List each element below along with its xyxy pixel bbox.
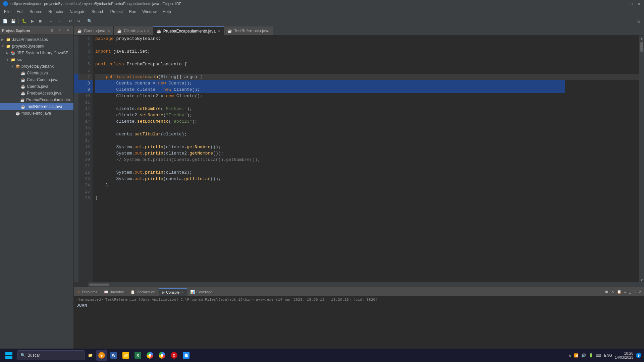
tab-close-cliente[interactable]: ✕ [147, 29, 150, 33]
menu-file[interactable]: File [1, 8, 13, 15]
pe-item-javaprimeros[interactable]: ▶ 📁 JavaPrimerosPasos [0, 36, 73, 43]
code-line-3[interactable]: import java.util.Set; [95, 48, 639, 55]
h-scrollbar-thumb[interactable] [89, 284, 109, 286]
tray-keyboard[interactable]: ⌨ [596, 353, 601, 358]
tray-lang[interactable]: ENG [604, 353, 612, 357]
code-line-2[interactable] [95, 42, 639, 48]
tab-cuenta[interactable]: ☕ Cuenta.java ✕ [74, 26, 114, 35]
tab-testreferencia[interactable]: ☕ TestReferencia.java [224, 26, 273, 35]
tray-chevron[interactable]: ∧ [569, 353, 571, 358]
code-line-1[interactable]: package proyectoBytebank; [95, 36, 639, 42]
tray-volume[interactable]: 🔊 [581, 353, 586, 358]
new-button[interactable]: 📄 [1, 17, 9, 25]
pe-item-src[interactable]: ▼ 📁 src [0, 56, 73, 63]
save-button[interactable]: 💾 [9, 17, 17, 25]
undo-button[interactable]: ↩ [67, 17, 74, 25]
menu-refactor[interactable]: Refactor [46, 8, 66, 15]
perspectives-button[interactable]: ⊞ [635, 17, 643, 25]
menu-project[interactable]: Project [108, 8, 125, 15]
search-button[interactable]: 🔍 [86, 17, 93, 25]
code-line-5[interactable]: public class PruebaEncapsulamiento { [95, 61, 639, 67]
taskbar-word[interactable]: W [108, 350, 119, 361]
code-line-6[interactable] [95, 67, 639, 74]
code-line-12[interactable]: cliente.setNombre("Michael"); [95, 106, 639, 112]
code-line-20[interactable]: // System.out.println(cuenta.getTitular(… [95, 157, 639, 163]
minimize-button[interactable]: ─ [622, 1, 627, 6]
bottom-tab-problems[interactable]: ⚠ Problems [74, 288, 101, 296]
code-line-7[interactable]: public static void main(String[] args) { [95, 74, 639, 80]
code-line-9[interactable]: Cliente cliente = new Cliente(); [95, 86, 565, 93]
taskbar-notepad[interactable]: 📄 [181, 350, 192, 361]
code-line-18[interactable]: System.out.println(cliente.getNombre()); [95, 144, 639, 150]
pe-item-package[interactable]: ▼ 📦 proyectoBytebank [0, 63, 73, 70]
pe-item-moduleinfo[interactable]: ▶ ☕ module-info.java [0, 110, 73, 117]
code-line-24[interactable]: } [95, 182, 639, 188]
scrollbar-thumb-v[interactable] [640, 42, 643, 52]
menu-help[interactable]: Help [160, 8, 174, 15]
bp-maximize[interactable]: □ [633, 289, 637, 294]
back-button[interactable]: ← [48, 17, 55, 25]
tab-cliente[interactable]: ☕ Cliente.java ✕ [114, 26, 153, 35]
code-line-22[interactable]: System.out.println(cliente2); [95, 169, 639, 176]
bottom-tab-coverage[interactable]: 📊 Coverage [187, 288, 216, 296]
code-line-15[interactable] [95, 125, 639, 131]
code-line-10[interactable]: Cliente cliente2 = new Cliente(); [95, 93, 639, 99]
code-line-13[interactable]: cliente2.setNombre("Freddy"); [95, 112, 639, 118]
taskbar-explorer[interactable]: 📁 [120, 350, 131, 361]
stop-button[interactable]: ⏹ [37, 17, 44, 25]
pe-close[interactable]: ✕ [64, 27, 71, 34]
menu-window[interactable]: Window [140, 8, 159, 15]
bottom-tab-declaration[interactable]: 📋 Declaration [127, 288, 159, 296]
code-line-8[interactable]: Cuenta cuenta = new Cuenta(); [95, 80, 565, 86]
bp-close[interactable]: ✕ [638, 289, 643, 295]
pe-item-cliente[interactable]: ▶ ☕ Cliente.java [0, 70, 73, 76]
taskbar-chrome1[interactable] [145, 350, 155, 361]
close-button[interactable]: ✕ [637, 1, 641, 6]
menu-search[interactable]: Search [89, 8, 107, 15]
bp-btn2[interactable]: ✕ [610, 289, 615, 295]
clock[interactable]: 18:26 14/03/2023 [615, 351, 633, 359]
taskbar-file-explorer[interactable]: 📁 [86, 350, 95, 361]
tray-network[interactable]: 📶 [574, 353, 579, 358]
code-line-19[interactable]: System.out.println(cliente2.getNombre())… [95, 150, 639, 157]
taskbar-eclipse[interactable]: e [96, 350, 107, 361]
pe-menu[interactable]: ≡ [56, 27, 63, 34]
taskbar-excel[interactable]: X [132, 350, 143, 361]
maximize-button[interactable]: □ [629, 1, 634, 6]
bp-minimize[interactable]: _ [628, 289, 632, 294]
bottom-tab-console[interactable]: ▶ Console ✕ [159, 288, 187, 296]
notification-badge[interactable]: 9 [636, 353, 641, 358]
pe-item-pruebaencapsulamie[interactable]: ▶ ☕ PruebaEncapsulamiento... [0, 97, 73, 103]
redo-button[interactable]: ↪ [75, 17, 82, 25]
pe-item-pruebaacceso[interactable]: ▶ ☕ PruebaAcceso.java [0, 90, 73, 97]
pe-collapse[interactable]: ⊟ [48, 27, 55, 34]
tab-pruebaencapsulamiento[interactable]: ☕ PruebaEncapsulamiento.java ✕ [153, 26, 224, 35]
code-line-17[interactable] [95, 137, 639, 144]
bottom-tab-javadoc[interactable]: 📖 Javadoc [101, 288, 127, 296]
taskbar-chrome2[interactable] [157, 350, 167, 361]
tray-battery[interactable]: 🔋 [589, 353, 593, 358]
taskbar-opera[interactable]: O [169, 350, 179, 361]
code-line-4[interactable] [95, 55, 639, 61]
menu-source[interactable]: Source [27, 8, 45, 15]
console-close-icon[interactable]: ✕ [181, 291, 183, 294]
menu-navigate[interactable]: Navigate [67, 8, 88, 15]
pe-item-testreferencia[interactable]: ▶ ☕ TestReferencia.java [0, 103, 73, 110]
taskbar-search[interactable]: 🔍 Buscar [17, 350, 85, 360]
menu-edit[interactable]: Edit [14, 8, 26, 15]
start-button[interactable] [3, 349, 15, 361]
code-line-25[interactable] [95, 188, 639, 195]
bp-btn4[interactable]: ≡ [623, 289, 627, 294]
code-line-11[interactable] [95, 99, 639, 106]
code-line-23[interactable]: System.out.println(cuenta.getTitular()); [95, 176, 639, 182]
menu-run[interactable]: Run [126, 8, 139, 15]
code-line-14[interactable]: cliente.setDocumento("abc123"); [95, 118, 639, 125]
h-scrollbar[interactable] [74, 282, 644, 287]
code-line-16[interactable]: cuenta.setTitular(cliente); [95, 131, 639, 137]
code-line-26[interactable]: } [95, 195, 639, 201]
forward-button[interactable]: → [56, 17, 63, 25]
pe-item-proyecto[interactable]: ▼ 📁 proyectoBytebank [0, 43, 73, 50]
pe-item-jre[interactable]: ▶ 📚 JRE System Library [JavaSE-... [0, 50, 73, 56]
run-button[interactable]: ▶ [29, 17, 36, 25]
debug-button[interactable]: 🐛 [20, 17, 28, 25]
